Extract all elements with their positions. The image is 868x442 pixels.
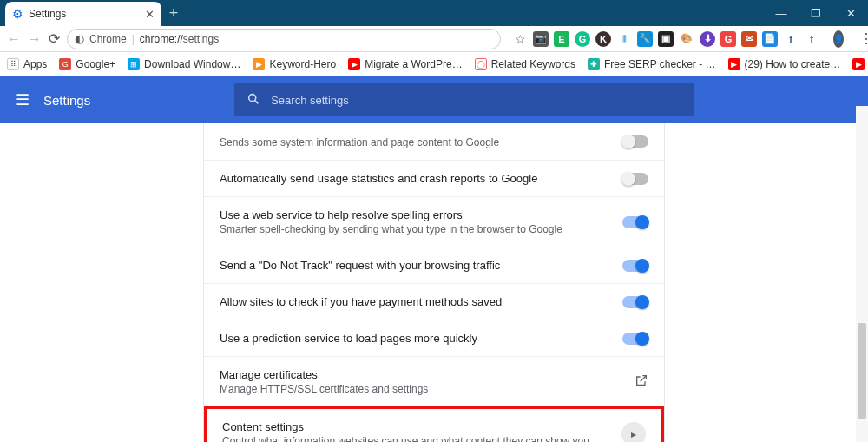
ext-reader-icon[interactable]: ▣	[658, 31, 674, 47]
bm-hang-ups[interactable]: ▶Hang Ups (Want Yo…	[852, 58, 868, 70]
svg-line-1	[255, 100, 259, 103]
windows-icon: ⊞	[128, 58, 140, 70]
close-window-button[interactable]: ✕	[833, 0, 868, 26]
bookmark-star-icon[interactable]: ☆	[515, 32, 526, 46]
row-do-not-track[interactable]: Send a "Do Not Track" request with your …	[204, 247, 664, 283]
ext-tool-icon[interactable]: 🔧	[637, 31, 653, 47]
addr-url: chrome://settings	[140, 33, 219, 45]
toggle-spelling[interactable]	[622, 216, 648, 228]
row-manage-certificates[interactable]: Manage certificates Manage HTTPS/SSL cer…	[204, 356, 664, 406]
svg-point-0	[249, 94, 256, 101]
ext-camera-icon[interactable]: 📷	[533, 31, 549, 47]
youtube-icon: ▶	[728, 58, 740, 70]
bm-googleplus[interactable]: GGoogle+	[59, 58, 115, 70]
window-controls: — ❐ ✕	[764, 0, 868, 26]
bm-how-to-create[interactable]: ▶(29) How to create…	[728, 58, 841, 70]
row-usage-stats[interactable]: Automatically send usage statistics and …	[204, 160, 664, 196]
bm-free-serp[interactable]: ✚Free SERP checker - …	[588, 58, 715, 70]
ext-grammarly-icon[interactable]: G	[575, 31, 590, 47]
bm-related-keywords[interactable]: ◯Related Keywords	[475, 58, 575, 70]
gear-icon: ⚙	[12, 7, 23, 21]
ext-evernote-icon[interactable]: E	[554, 31, 569, 47]
ext-gtranslate-icon[interactable]: G	[720, 31, 736, 47]
ext-mail-icon[interactable]: ✉	[741, 31, 757, 47]
search-input[interactable]	[271, 94, 682, 107]
toggle-dnt[interactable]	[622, 260, 648, 272]
extension-icons: 📷 E G K ⫴ 🔧 ▣ 🎨 ⬇ G ✉ 📄 f f	[533, 26, 823, 51]
ext-facebook-icon[interactable]: f	[783, 31, 799, 47]
row-title: Content settings	[222, 420, 609, 433]
toggle-usage-stats[interactable]	[622, 173, 648, 185]
row-sub: Manage HTTPS/SSL certificates and settin…	[220, 383, 622, 395]
minimize-button[interactable]: —	[764, 0, 799, 26]
tab-title: Settings	[29, 8, 140, 20]
ext-download-icon[interactable]: ⬇	[700, 31, 715, 47]
row-prediction[interactable]: Use a prediction service to load pages m…	[204, 320, 664, 356]
profile-avatar[interactable]: 👤	[833, 30, 844, 48]
row-title: Automatically send usage statistics and …	[220, 172, 610, 185]
gplus-icon: G	[59, 58, 71, 70]
ext-palette-icon[interactable]: 🎨	[679, 31, 694, 47]
window-titlebar: ⚙ Settings ✕ + — ❐ ✕	[0, 0, 868, 26]
toggle-prediction[interactable]	[622, 333, 648, 345]
address-bar[interactable]: ◐ Chrome | chrome://settings	[67, 29, 501, 49]
chrome-menu-icon[interactable]: ⋮	[854, 30, 868, 47]
site-info-icon[interactable]: ◐	[75, 32, 84, 45]
forward-button[interactable]: →	[28, 30, 42, 48]
bm-migrate-wordpress[interactable]: ▶Migrate a WordPre…	[348, 58, 462, 70]
addr-separator: |	[132, 33, 135, 45]
page-scrollbar[interactable]	[856, 106, 868, 442]
ext-doc-icon[interactable]: 📄	[762, 31, 778, 47]
apps-grid-icon: ⠿	[7, 58, 19, 70]
row-title: Allow sites to check if you have payment…	[220, 295, 610, 308]
row-title: Use a prediction service to load pages m…	[220, 332, 610, 345]
reload-button[interactable]: ⟳	[49, 30, 60, 48]
row-payment-methods[interactable]: Allow sites to check if you have payment…	[204, 283, 664, 320]
row-system-info[interactable]: Sends some system information and page c…	[204, 123, 664, 160]
scrollbar-thumb[interactable]	[858, 323, 866, 419]
menu-icon[interactable]: ☰	[16, 90, 30, 109]
row-title: Manage certificates	[220, 368, 622, 381]
toggle-system-info[interactable]	[622, 135, 648, 148]
settings-search[interactable]	[234, 83, 694, 116]
target-icon: ◯	[475, 58, 487, 70]
close-tab-icon[interactable]: ✕	[145, 8, 155, 21]
ext-k-icon[interactable]: K	[595, 31, 611, 47]
ext-equalizer-icon[interactable]: ⫴	[616, 31, 632, 47]
ext-f2-icon[interactable]: f	[804, 31, 819, 47]
settings-title: Settings	[43, 93, 90, 108]
settings-panel: Sends some system information and page c…	[203, 123, 665, 442]
browser-tab[interactable]: ⚙ Settings ✕	[5, 2, 161, 26]
bm-keyword-hero[interactable]: ▶Keyword-Hero	[253, 58, 336, 70]
row-sub: Smarter spell-checking by sending what y…	[220, 223, 610, 235]
settings-header: ☰ Settings	[0, 76, 868, 123]
row-title: Send a "Do Not Track" request with your …	[220, 259, 610, 272]
row-title: Use a web service to help resolve spelli…	[220, 208, 610, 221]
row-content-settings[interactable]: Content settings Control what informatio…	[204, 406, 664, 442]
youtube-icon: ▶	[852, 58, 865, 70]
settings-page: Sends some system information and page c…	[0, 123, 868, 442]
back-button[interactable]: ←	[7, 30, 21, 48]
search-icon	[247, 92, 260, 109]
youtube-icon: ▶	[348, 58, 360, 70]
addr-app: Chrome	[89, 33, 127, 45]
serp-icon: ✚	[588, 58, 600, 70]
row-sub: Sends some system information and page c…	[220, 136, 610, 148]
toggle-payment[interactable]	[622, 296, 648, 308]
row-sub: Control what information websites can us…	[222, 435, 609, 442]
maximize-button[interactable]: ❐	[799, 0, 833, 26]
khero-icon: ▶	[253, 58, 265, 70]
browser-navbar: ← → ⟳ ◐ Chrome | chrome://settings ☆ 📷 E…	[0, 26, 868, 52]
content-settings-arrow[interactable]: ▸	[621, 422, 646, 443]
bm-apps[interactable]: ⠿Apps	[7, 58, 47, 70]
new-tab-button[interactable]: +	[161, 4, 186, 23]
row-spelling[interactable]: Use a web service to help resolve spelli…	[204, 196, 664, 247]
bm-download-windows[interactable]: ⊞Download Window…	[128, 58, 240, 70]
external-link-icon	[635, 373, 648, 391]
bookmarks-bar: ⠿Apps GGoogle+ ⊞Download Window… ▶Keywor…	[0, 52, 868, 76]
